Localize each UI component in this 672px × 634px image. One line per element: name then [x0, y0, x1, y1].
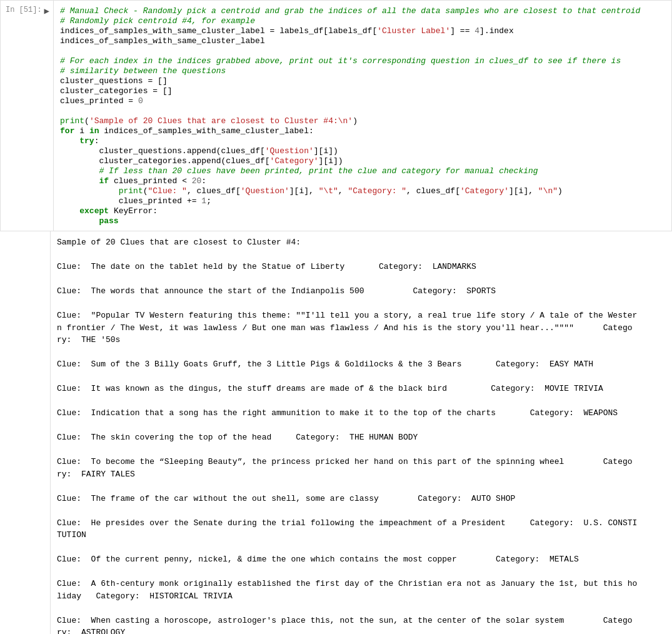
- code-cell: In [51]: ▶ # Manual Check - Randomly pic…: [0, 0, 672, 231]
- run-icon[interactable]: ▶: [44, 6, 49, 16]
- output-label: [0, 231, 50, 634]
- output-text: Sample of 20 Clues that are closest to C…: [50, 231, 672, 634]
- code-block[interactable]: # Manual Check - Randomly pick a centroi…: [53, 1, 671, 231]
- cell-label: In [51]: ▶: [1, 1, 53, 231]
- cell-label-text: In [51]:: [6, 6, 42, 14]
- output-cell: Sample of 20 Clues that are closest to C…: [0, 231, 672, 634]
- code-content: # Manual Check - Randomly pick a centroi…: [60, 6, 665, 226]
